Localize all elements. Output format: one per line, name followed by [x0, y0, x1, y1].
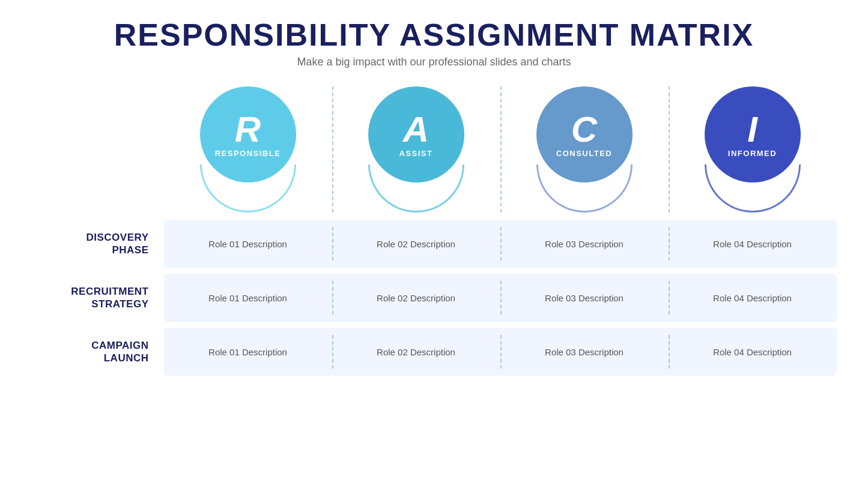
circle-label-r: RESPONSIBLE: [215, 149, 281, 158]
cell-text-1-0: Role 01 Description: [208, 293, 287, 303]
row-label-1: RECRUITMENTSTRATEGY: [32, 285, 164, 311]
circle-i: I INFORMED: [705, 86, 801, 182]
page-title: RESPONSIBILITY ASSIGNMENT MATRIX: [114, 18, 754, 52]
col-header-r: R RESPONSIBLE: [164, 86, 332, 212]
cell-text-0-0: Role 01 Description: [208, 239, 287, 249]
cell-text-1-2: Role 03 Description: [545, 293, 624, 303]
circle-letter-c: C: [571, 112, 597, 148]
cell-1-2: Role 03 Description: [500, 274, 669, 322]
col-header-c: C CONSULTED: [500, 86, 669, 212]
circle-label-c: CONSULTED: [556, 149, 612, 158]
cell-1-1: Role 02 Description: [332, 274, 500, 322]
cell-text-1-3: Role 04 Description: [713, 293, 792, 303]
circle-label-i: INFORMED: [728, 149, 777, 158]
row-label-text-1: RECRUITMENTSTRATEGY: [32, 285, 149, 311]
cell-0-0: Role 01 Description: [164, 220, 332, 268]
circle-r: R RESPONSIBLE: [200, 86, 296, 182]
circle-letter-r: R: [235, 112, 261, 148]
circle-c: C CONSULTED: [536, 86, 633, 182]
cell-0-2: Role 03 Description: [500, 220, 669, 268]
cell-1-0: Role 01 Description: [164, 274, 332, 322]
cell-2-2: Role 03 Description: [500, 328, 669, 376]
cell-text-2-1: Role 02 Description: [377, 347, 455, 357]
row-label-text-0: DISCOVERYPHASE: [32, 231, 149, 257]
cell-1-3: Role 04 Description: [669, 274, 837, 322]
data-rows: DISCOVERYPHASERole 01 DescriptionRole 02…: [32, 220, 837, 376]
cell-text-0-2: Role 03 Description: [545, 239, 624, 249]
row-cells-0: Role 01 DescriptionRole 02 DescriptionRo…: [164, 220, 837, 268]
cell-text-0-3: Role 04 Description: [713, 239, 792, 249]
matrix-container: R RESPONSIBLE A ASSIST C CONSULTED I INF…: [32, 86, 837, 376]
circle-letter-i: I: [747, 112, 757, 148]
cell-text-2-2: Role 03 Description: [545, 347, 624, 357]
cell-text-0-1: Role 02 Description: [377, 239, 455, 249]
row-label-2: CAMPAIGNLAUNCH: [32, 339, 164, 365]
cell-2-3: Role 04 Description: [669, 328, 837, 376]
circle-a: A ASSIST: [368, 86, 464, 182]
cell-0-1: Role 02 Description: [332, 220, 500, 268]
row-cells-1: Role 01 DescriptionRole 02 DescriptionRo…: [164, 274, 837, 322]
cell-2-1: Role 02 Description: [332, 328, 500, 376]
circle-letter-a: A: [403, 112, 429, 148]
data-row-2: CAMPAIGNLAUNCHRole 01 DescriptionRole 02…: [32, 328, 837, 376]
column-headers: R RESPONSIBLE A ASSIST C CONSULTED I INF…: [32, 86, 837, 212]
columns-wrapper: R RESPONSIBLE A ASSIST C CONSULTED I INF…: [164, 86, 837, 212]
data-row-1: RECRUITMENTSTRATEGYRole 01 DescriptionRo…: [32, 274, 837, 322]
page-subtitle: Make a big impact with our professional …: [114, 56, 754, 68]
cell-text-2-0: Role 01 Description: [208, 347, 287, 357]
row-label-text-2: CAMPAIGNLAUNCH: [32, 339, 149, 365]
data-row-0: DISCOVERYPHASERole 01 DescriptionRole 02…: [32, 220, 837, 268]
cell-0-3: Role 04 Description: [669, 220, 837, 268]
circle-label-a: ASSIST: [399, 149, 433, 158]
row-label-0: DISCOVERYPHASE: [32, 231, 164, 257]
cell-text-2-3: Role 04 Description: [713, 347, 792, 357]
col-header-a: A ASSIST: [332, 86, 500, 212]
cell-text-1-1: Role 02 Description: [377, 293, 455, 303]
cell-2-0: Role 01 Description: [164, 328, 332, 376]
row-cells-2: Role 01 DescriptionRole 02 DescriptionRo…: [164, 328, 837, 376]
page-header: RESPONSIBILITY ASSIGNMENT MATRIX Make a …: [114, 18, 754, 68]
col-header-i: I INFORMED: [669, 86, 837, 212]
